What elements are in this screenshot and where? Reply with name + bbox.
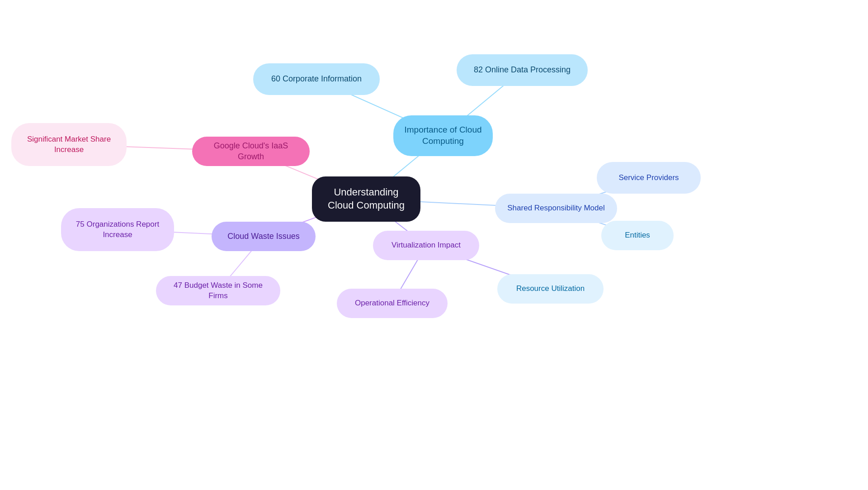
virtualization-label: Virtualization Impact — [392, 240, 461, 250]
service-providers-node[interactable]: Service Providers — [597, 162, 701, 194]
online-data-node[interactable]: 82 Online Data Processing — [457, 54, 588, 86]
virtualization-node[interactable]: Virtualization Impact — [373, 231, 479, 260]
operational-eff-node[interactable]: Operational Efficiency — [337, 289, 448, 318]
budget-waste-label: 47 Budget Waste in Some Firms — [167, 281, 269, 300]
cloud-waste-label: Cloud Waste Issues — [227, 231, 299, 242]
significant-market-node[interactable]: Significant Market Share Increase — [11, 123, 127, 166]
center-label: Understanding Cloud Computing — [323, 186, 410, 212]
orgs-report-node[interactable]: 75 Organizations Report Increase — [61, 208, 174, 251]
shared-responsibility-label: Shared Responsibility Model — [507, 203, 604, 213]
orgs-report-label: 75 Organizations Report Increase — [72, 219, 163, 239]
cloud-waste-node[interactable]: Cloud Waste Issues — [212, 222, 316, 251]
corporate-info-label: 60 Corporate Information — [271, 74, 362, 84]
google-cloud-label: Google Cloud's IaaS Growth — [203, 141, 299, 162]
budget-waste-node[interactable]: 47 Budget Waste in Some Firms — [156, 276, 280, 305]
resource-util-label: Resource Utilization — [516, 284, 585, 294]
service-providers-label: Service Providers — [618, 173, 679, 183]
shared-responsibility-node[interactable]: Shared Responsibility Model — [495, 194, 617, 223]
center-node[interactable]: Understanding Cloud Computing — [312, 176, 420, 222]
importance-cloud-label: Importance of Cloud Computing — [404, 124, 482, 147]
operational-eff-label: Operational Efficiency — [355, 298, 429, 308]
importance-cloud-node[interactable]: Importance of Cloud Computing — [393, 115, 493, 156]
corporate-info-node[interactable]: 60 Corporate Information — [253, 63, 380, 95]
google-cloud-node[interactable]: Google Cloud's IaaS Growth — [192, 137, 310, 166]
significant-market-label: Significant Market Share Increase — [22, 134, 116, 154]
entities-node[interactable]: Entities — [601, 221, 674, 250]
entities-label: Entities — [625, 230, 650, 240]
resource-util-node[interactable]: Resource Utilization — [497, 274, 604, 304]
online-data-label: 82 Online Data Processing — [474, 65, 571, 75]
